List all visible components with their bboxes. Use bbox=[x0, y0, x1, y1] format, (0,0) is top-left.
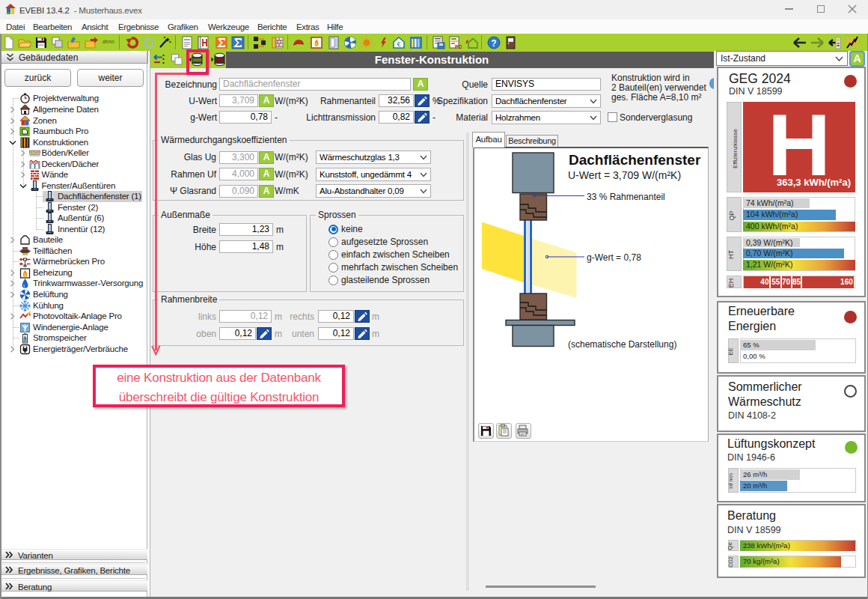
svg-text:?: ? bbox=[491, 38, 496, 49]
svg-text:PDF: PDF bbox=[455, 44, 462, 49]
svg-text:€: € bbox=[397, 40, 400, 48]
